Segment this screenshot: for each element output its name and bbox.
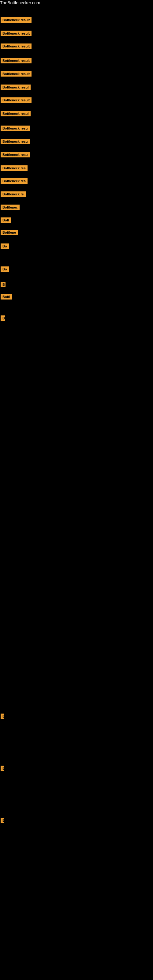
bottleneck-result-badge: Bottleneck result xyxy=(1,43,32,49)
bottleneck-result-badge: Bo xyxy=(1,266,9,272)
bottleneck-result-badge: Bottleneck res xyxy=(1,165,27,171)
bottleneck-result-badge: Bottleneck result xyxy=(1,30,32,36)
bottleneck-result-badge: Bottlene xyxy=(1,230,18,235)
bottleneck-result-badge: B xyxy=(1,766,4,771)
bottleneck-result-badge: Bottleneck result xyxy=(1,58,32,64)
bottleneck-result-badge: Bottleneck result xyxy=(1,17,32,23)
site-title: TheBottlenecker.com xyxy=(0,0,40,7)
bottleneck-result-badge: Bottleneck resu xyxy=(1,152,30,158)
bottleneck-result-badge: Bottleneck resul xyxy=(1,84,30,90)
bottleneck-result-badge: Bottleneck resul xyxy=(1,111,30,116)
bottleneck-result-badge: B xyxy=(1,315,5,321)
bottleneck-result-badge: Bottleneck res xyxy=(1,178,27,184)
bottleneck-result-badge: B xyxy=(1,714,4,719)
bottleneck-result-badge: Bottl xyxy=(1,294,12,299)
bottleneck-result-badge: Bottleneck resu xyxy=(1,139,30,144)
bottleneck-result-badge: Bott xyxy=(1,218,11,223)
bottleneck-result-badge: Bottleneck result xyxy=(1,97,32,103)
bottleneck-result-badge: B xyxy=(1,282,5,287)
bottleneck-result-badge: B xyxy=(1,818,4,823)
bottleneck-result-badge: Bo xyxy=(1,243,9,249)
bottleneck-result-badge: Bottleneck result xyxy=(1,71,32,76)
bottleneck-result-badge: Bottlenec xyxy=(1,205,19,210)
bottleneck-result-badge: Bottleneck re xyxy=(1,191,26,197)
bottleneck-result-badge: Bottleneck resu xyxy=(1,126,30,131)
